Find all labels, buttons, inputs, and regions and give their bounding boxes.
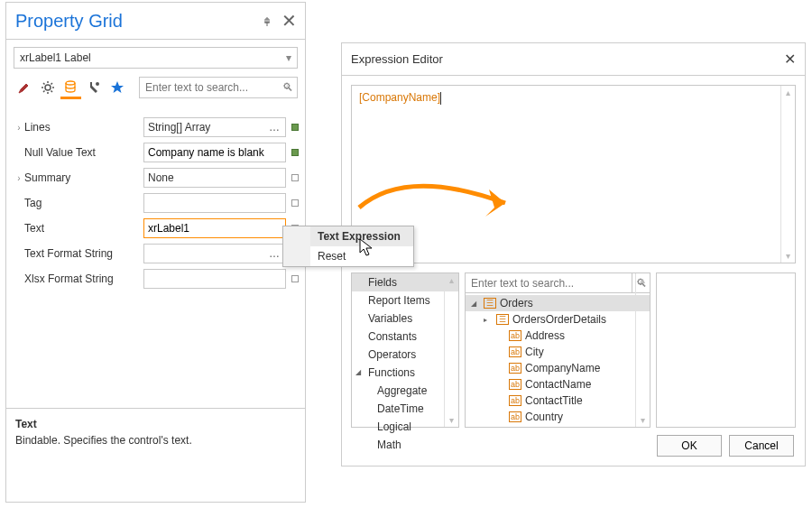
description-column [656, 272, 796, 428]
description-title: Text [15, 418, 296, 430]
prop-input[interactable] [148, 146, 283, 159]
value-marker[interactable] [291, 199, 299, 207]
expand-icon[interactable]: ▸ [484, 316, 493, 324]
expression-textarea[interactable]: [CompanyName] ▴▾ [351, 85, 796, 263]
prop-value-lines[interactable]: String[] Array… [143, 117, 286, 137]
dialog-title-bar: Expression Editor ✕ [342, 43, 805, 76]
property-search-input[interactable] [143, 79, 282, 96]
tree-label: CompanyName [525, 362, 600, 374]
scroll-up-icon[interactable]: ▴ [641, 275, 645, 285]
search-icon: 🔍︎ [282, 81, 293, 94]
cancel-button[interactable]: Cancel [729, 435, 794, 457]
svg-point-1 [66, 81, 75, 85]
prop-row-textformat: Text Format String … [14, 242, 298, 265]
tree-node-address[interactable]: abAddress [466, 328, 650, 344]
scroll-down-icon[interactable]: ▾ [449, 415, 454, 425]
tab-behavior[interactable] [37, 76, 59, 99]
prop-label: Xlsx Format String [24, 272, 114, 285]
close-icon[interactable]: ✕ [784, 51, 796, 68]
scroll-down-icon[interactable]: ▾ [641, 415, 645, 425]
prop-label: Null Value Text [24, 146, 96, 159]
dialog-buttons: OK Cancel [657, 435, 794, 457]
text-cursor [440, 92, 441, 105]
scrollbar[interactable]: ▴▾ [780, 86, 795, 263]
property-grid-panel: Property Grid ✕ xrLabel1 Label ▾ 🔍︎ ›Lin… [5, 2, 306, 503]
prop-input[interactable] [148, 197, 283, 209]
table-icon: ☰ [496, 314, 509, 325]
category-functions[interactable]: Functions [352, 364, 458, 382]
category-math[interactable]: Math [352, 436, 458, 454]
tab-favorites[interactable] [106, 76, 128, 99]
expand-icon[interactable]: ◢ [471, 300, 480, 308]
property-list: ›Lines String[] Array… Null Value Text ›… [6, 115, 305, 291]
property-toolbar: 🔍︎ [6, 76, 305, 99]
context-menu-gutter [283, 226, 310, 266]
scrollbar[interactable]: ▴▾ [444, 273, 458, 427]
tab-design[interactable] [83, 76, 105, 99]
close-icon[interactable]: ✕ [281, 10, 296, 32]
prop-value-text: String[] Array [148, 121, 210, 134]
prop-row-summary: ›Summary None [14, 166, 298, 189]
prop-value-text-field[interactable] [143, 218, 286, 238]
field-search-input[interactable] [466, 273, 632, 292]
category-fields[interactable]: Fields [352, 273, 458, 291]
field-icon: ab [509, 363, 521, 374]
object-selector[interactable]: xrLabel1 Label ▾ [14, 47, 298, 69]
description-panel: Text Bindable. Specifies the control's t… [6, 408, 305, 502]
scroll-up-icon[interactable]: ▴ [786, 88, 790, 97]
expand-icon[interactable]: › [14, 123, 24, 133]
prop-input[interactable] [148, 222, 283, 235]
field-icon: ab [509, 379, 521, 390]
prop-value-nullvalue[interactable] [143, 143, 286, 162]
tree-label: ContactName [525, 378, 591, 391]
field-icon: ab [509, 411, 521, 422]
tab-appearance[interactable] [14, 76, 35, 99]
ellipsis-button[interactable]: … [267, 121, 281, 134]
prop-value-summary[interactable]: None [143, 168, 286, 188]
ok-button[interactable]: OK [657, 435, 722, 457]
category-variables[interactable]: Variables [352, 309, 458, 328]
property-search[interactable]: 🔍︎ [139, 77, 298, 98]
category-datetime[interactable]: DateTime [352, 400, 458, 418]
prop-label: Text Format String [24, 247, 113, 260]
prop-input[interactable] [148, 272, 283, 285]
tree-node-contacttitle[interactable]: abContactTitle [466, 393, 650, 409]
prop-label: Tag [24, 197, 42, 209]
tree-node-orderdetails[interactable]: ▸☰OrdersOrderDetails [466, 311, 650, 328]
dialog-title: Expression Editor [351, 52, 443, 66]
tree-node-city[interactable]: abCity [466, 344, 650, 360]
scrollbar[interactable]: ▴▾ [635, 273, 650, 427]
category-report-items[interactable]: Report Items [352, 291, 458, 309]
prop-row-xlsxformat: Xlsx Format String [14, 267, 298, 291]
prop-value-xlsxformat[interactable] [143, 269, 286, 289]
field-search[interactable]: 🔍︎ [466, 273, 650, 293]
context-menu: Text Expression Reset [282, 226, 414, 267]
object-selector-text: xrLabel1 Label [20, 51, 91, 64]
tree-label: Address [525, 329, 565, 342]
value-marker[interactable] [291, 124, 299, 131]
ellipsis-button[interactable]: … [267, 247, 281, 260]
value-marker[interactable] [291, 275, 299, 282]
scroll-down-icon[interactable]: ▾ [786, 251, 790, 261]
expand-icon[interactable]: › [14, 173, 24, 183]
prop-label: Lines [24, 121, 51, 134]
scroll-up-icon[interactable]: ▴ [449, 275, 454, 285]
category-aggregate[interactable]: Aggregate [352, 382, 458, 400]
prop-row-nullvaluetext: Null Value Text [14, 141, 298, 164]
tree-label: City [525, 346, 544, 358]
value-marker[interactable] [291, 149, 299, 156]
category-logical[interactable]: Logical [352, 418, 458, 436]
tree-node-country[interactable]: abCountry [466, 409, 650, 425]
tab-data[interactable] [60, 76, 82, 99]
prop-value-textformat[interactable]: … [143, 244, 286, 263]
category-constants[interactable]: Constants [352, 328, 458, 346]
category-operators[interactable]: Operators [352, 346, 458, 364]
tree-node-orders[interactable]: ◢☰Orders [466, 295, 650, 311]
tree-node-contactname[interactable]: abContactName [466, 376, 650, 393]
prop-value-tag[interactable] [143, 193, 286, 213]
prop-row-text: Text [14, 217, 298, 240]
pin-icon[interactable] [260, 11, 274, 32]
panel-title-bar: Property Grid ✕ [6, 3, 305, 40]
value-marker[interactable] [291, 174, 299, 181]
tree-node-companyname[interactable]: abCompanyName [466, 360, 650, 376]
